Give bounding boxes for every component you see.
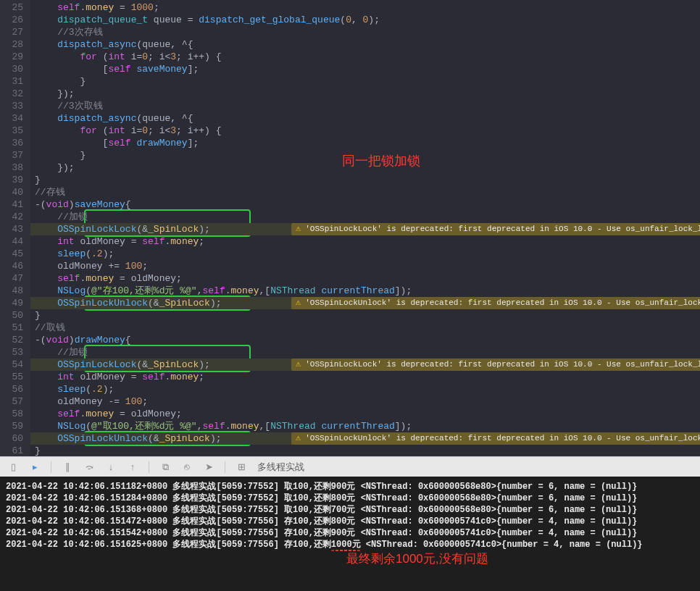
- code-line[interactable]: //加锁: [30, 211, 700, 223]
- line-number: 54: [4, 359, 23, 371]
- line-number: 55: [4, 371, 23, 383]
- code-line[interactable]: [self drawMoney];: [30, 137, 700, 149]
- code-line[interactable]: });: [30, 88, 700, 100]
- annotation-final: 最终剩余1000元,没有问题: [6, 550, 694, 565]
- line-number: 39: [4, 174, 23, 186]
- code-line[interactable]: sleep(.2);: [30, 248, 700, 260]
- code-line[interactable]: OSSpinLockUnlock(&_SpinLock);⚠'OSSpinLoc…: [30, 432, 700, 445]
- warning-icon: ⚠: [296, 297, 301, 309]
- code-line[interactable]: //3次取钱: [30, 100, 700, 112]
- step-into-icon[interactable]: ↓: [105, 461, 117, 473]
- step-out-icon[interactable]: ↑: [127, 461, 138, 473]
- code-line[interactable]: self.money = 1000;: [30, 1, 700, 14]
- line-number: 49: [4, 297, 23, 309]
- code-line[interactable]: OSSpinLockLock(&_SpinLock);⚠'OSSpinLockL…: [30, 223, 700, 235]
- code-line[interactable]: //取钱: [30, 322, 700, 334]
- console-output[interactable]: 2021-04-22 10:42:06.151182+0800 多线程实战[50…: [0, 477, 700, 591]
- line-number: 52: [4, 334, 23, 346]
- console-line: 2021-04-22 10:42:06.151625+0800 多线程实战[50…: [6, 539, 694, 550]
- warning-icon: ⚠: [296, 359, 301, 371]
- line-number: 58: [4, 408, 23, 420]
- code-line[interactable]: }: [30, 174, 700, 186]
- step-over-icon[interactable]: ⤼: [83, 461, 95, 473]
- code-line[interactable]: NSLog(@"存100,还剩%d元 %@",self.money,[NSThr…: [30, 285, 700, 297]
- debug-memory-icon[interactable]: ⎋: [181, 461, 193, 473]
- line-number: 44: [4, 235, 23, 248]
- code-line[interactable]: self.money = oldMoney;: [30, 408, 700, 420]
- warning-text: 'OSSpinLockUnlock' is deprecated: first …: [305, 297, 700, 309]
- line-number: 43: [4, 223, 23, 235]
- debug-toolbar: ▯ ▸ ∥ ⤼ ↓ ↑ ⧉ ⎋ ➤ ⊞ 多线程实战: [0, 456, 700, 477]
- warning-text: 'OSSpinLockLock' is deprecated: first de…: [305, 223, 700, 235]
- continue-icon[interactable]: ▸: [29, 461, 41, 473]
- code-line[interactable]: //3次存钱: [30, 26, 700, 38]
- line-number: 28: [4, 38, 23, 51]
- console-line: 2021-04-22 10:42:06.151472+0800 多线程实战[50…: [6, 516, 694, 527]
- code-line[interactable]: -(void)saveMoney{: [30, 198, 700, 211]
- code-editor[interactable]: 2526272829303132333435363738394041424344…: [0, 0, 700, 456]
- scheme-name[interactable]: 多线程实战: [257, 461, 304, 474]
- warning-icon: ⚠: [296, 432, 301, 445]
- line-number: 29: [4, 51, 23, 63]
- code-line[interactable]: -(void)drawMoney{: [30, 334, 700, 346]
- code-line[interactable]: dispatch_async(queue, ^{: [30, 38, 700, 51]
- warning-icon: ⚠: [296, 223, 301, 235]
- code-line[interactable]: [self saveMoney];: [30, 63, 700, 75]
- line-number: 48: [4, 285, 23, 297]
- line-number: 50: [4, 309, 23, 322]
- line-number: 33: [4, 100, 23, 112]
- code-line[interactable]: });: [30, 162, 700, 174]
- console-line: 2021-04-22 10:42:06.151182+0800 多线程实战[50…: [6, 481, 694, 492]
- code-line[interactable]: OSSpinLockUnlock(&_SpinLock);⚠'OSSpinLoc…: [30, 297, 700, 309]
- line-number: 59: [4, 420, 23, 432]
- line-number: 42: [4, 211, 23, 223]
- code-line[interactable]: }: [30, 309, 700, 322]
- line-number: 37: [4, 149, 23, 162]
- code-line[interactable]: //存钱: [30, 186, 700, 198]
- line-number: 53: [4, 346, 23, 359]
- code-line[interactable]: oldMoney += 100;: [30, 260, 700, 272]
- underlined-value: 1000元: [331, 540, 361, 550]
- line-number: 32: [4, 88, 23, 100]
- code-line[interactable]: dispatch_queue_t queue = dispatch_get_gl…: [30, 14, 700, 26]
- warning-badge[interactable]: ⚠'OSSpinLockLock' is deprecated: first d…: [291, 223, 700, 235]
- line-number: 38: [4, 162, 23, 174]
- warning-badge[interactable]: ⚠'OSSpinLockLock' is deprecated: first d…: [291, 359, 700, 371]
- line-number: 31: [4, 75, 23, 88]
- hide-debugger-icon[interactable]: ▯: [7, 461, 19, 473]
- code-line[interactable]: oldMoney -= 100;: [30, 395, 700, 408]
- code-line[interactable]: self.money = oldMoney;: [30, 272, 700, 285]
- debug-view-icon[interactable]: ⧉: [159, 461, 171, 473]
- code-line[interactable]: }: [30, 75, 700, 88]
- console-line: 2021-04-22 10:42:06.151284+0800 多线程实战[50…: [6, 492, 694, 504]
- code-line[interactable]: dispatch_async(queue, ^{: [30, 112, 700, 125]
- code-line[interactable]: int oldMoney = self.money;: [30, 235, 700, 248]
- code-line[interactable]: OSSpinLockLock(&_SpinLock);⚠'OSSpinLockL…: [30, 359, 700, 371]
- code-line[interactable]: int oldMoney = self.money;: [30, 371, 700, 383]
- code-line[interactable]: }: [30, 149, 700, 162]
- line-number: 57: [4, 395, 23, 408]
- line-number: 51: [4, 322, 23, 334]
- scheme-icon[interactable]: ⊞: [236, 461, 247, 473]
- code-line[interactable]: //加锁: [30, 346, 700, 359]
- code-line[interactable]: for (int i=0; i<3; i++) {: [30, 51, 700, 63]
- line-number: 25: [4, 1, 23, 14]
- code-line[interactable]: for (int i=0; i<3; i++) {: [30, 125, 700, 137]
- warning-badge[interactable]: ⚠'OSSpinLockUnlock' is deprecated: first…: [291, 432, 700, 445]
- code-area[interactable]: 同一把锁加锁 self.money = 1000; dispatch_queue…: [30, 0, 700, 456]
- line-number: 35: [4, 125, 23, 137]
- code-line[interactable]: NSLog(@"取100,还剩%d元 %@",self.money,[NSThr…: [30, 420, 700, 432]
- line-number: 56: [4, 383, 23, 395]
- line-number: 60: [4, 432, 23, 445]
- line-number: 34: [4, 112, 23, 125]
- console-line: 2021-04-22 10:42:06.151542+0800 多线程实战[50…: [6, 527, 694, 539]
- code-line[interactable]: }: [30, 445, 700, 456]
- line-number: 46: [4, 260, 23, 272]
- pause-icon[interactable]: ∥: [62, 461, 73, 473]
- code-line[interactable]: sleep(.2);: [30, 383, 700, 395]
- console-line: 2021-04-22 10:42:06.151368+0800 多线程实战[50…: [6, 504, 694, 516]
- warning-badge[interactable]: ⚠'OSSpinLockUnlock' is deprecated: first…: [291, 297, 700, 309]
- line-number: 26: [4, 14, 23, 26]
- line-number: 47: [4, 272, 23, 285]
- simulate-location-icon[interactable]: ➤: [203, 461, 214, 473]
